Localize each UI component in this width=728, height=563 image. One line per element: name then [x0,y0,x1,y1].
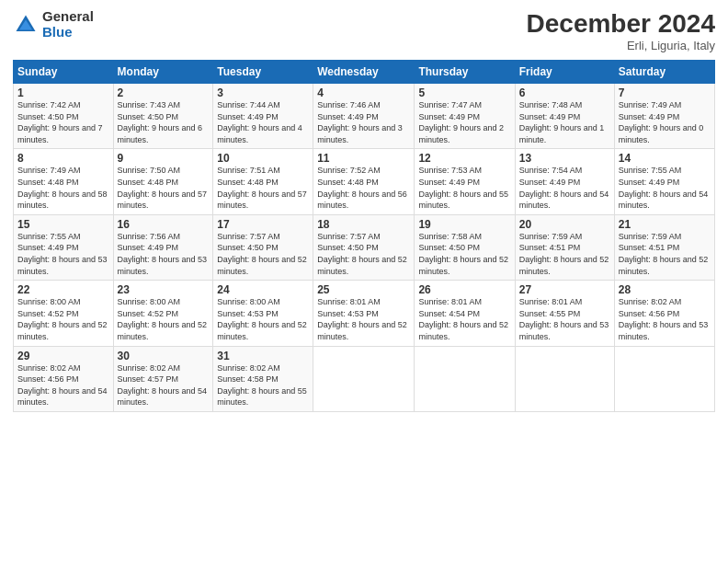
header: General Blue December 2024 Erli, Liguria… [13,9,715,52]
header-thursday: Thursday [415,61,515,84]
day-info: Sunrise: 8:02 AMSunset: 4:57 PMDaylight:… [118,363,208,408]
day-info: Sunrise: 8:00 AMSunset: 4:52 PMDaylight:… [17,297,108,341]
day-number: 17 [217,218,309,231]
day-info: Sunrise: 7:54 AMSunset: 4:49 PMDaylight:… [519,166,609,210]
table-row: 18 Sunrise: 7:57 AMSunset: 4:50 PMDaylig… [313,214,415,280]
day-info: Sunrise: 7:43 AMSunset: 4:50 PMDaylight:… [118,100,203,144]
header-tuesday: Tuesday [213,61,313,84]
table-row: 24 Sunrise: 8:00 AMSunset: 4:53 PMDaylig… [213,281,313,346]
day-info: Sunrise: 7:51 AMSunset: 4:48 PMDaylight:… [217,166,307,210]
table-row: 26 Sunrise: 8:01 AMSunset: 4:54 PMDaylig… [415,281,515,346]
calendar-week-row: 22 Sunrise: 8:00 AMSunset: 4:52 PMDaylig… [14,281,715,346]
table-row: 13 Sunrise: 7:54 AMSunset: 4:49 PMDaylig… [515,149,614,214]
day-number: 11 [317,152,410,165]
day-info: Sunrise: 8:01 AMSunset: 4:54 PMDaylight:… [418,297,508,341]
table-row: 25 Sunrise: 8:01 AMSunset: 4:53 PMDaylig… [313,281,415,346]
table-row: 3 Sunrise: 7:44 AMSunset: 4:49 PMDayligh… [213,84,313,149]
header-wednesday: Wednesday [313,61,415,84]
calendar-week-row: 8 Sunrise: 7:49 AMSunset: 4:48 PMDayligh… [14,149,715,214]
table-row: 8 Sunrise: 7:49 AMSunset: 4:48 PMDayligh… [14,149,114,214]
day-info: Sunrise: 8:01 AMSunset: 4:55 PMDaylight:… [519,297,609,341]
header-friday: Friday [515,61,614,84]
day-number: 10 [217,152,309,165]
day-number: 7 [619,86,711,99]
header-sunday: Sunday [14,61,114,84]
day-number: 4 [317,86,410,99]
days-header-row: Sunday Monday Tuesday Wednesday Thursday… [14,61,715,84]
day-number: 27 [519,283,610,296]
table-row: 5 Sunrise: 7:47 AMSunset: 4:49 PMDayligh… [415,84,515,149]
table-row [515,346,614,411]
day-info: Sunrise: 7:59 AMSunset: 4:51 PMDaylight:… [519,232,609,276]
day-number: 18 [317,218,410,231]
day-info: Sunrise: 7:50 AMSunset: 4:48 PMDaylight:… [118,166,208,210]
day-number: 22 [17,283,109,296]
day-info: Sunrise: 7:55 AMSunset: 4:49 PMDaylight:… [17,232,108,276]
day-info: Sunrise: 7:56 AMSunset: 4:49 PMDaylight:… [118,232,208,276]
day-number: 5 [418,86,510,99]
calendar-table: Sunday Monday Tuesday Wednesday Thursday… [13,60,715,412]
table-row: 4 Sunrise: 7:46 AMSunset: 4:49 PMDayligh… [313,84,415,149]
table-row: 15 Sunrise: 7:55 AMSunset: 4:49 PMDaylig… [14,214,114,280]
day-info: Sunrise: 7:48 AMSunset: 4:49 PMDaylight:… [519,100,605,144]
day-number: 8 [17,152,109,165]
header-saturday: Saturday [614,61,714,84]
calendar-container: General Blue December 2024 Erli, Liguria… [0,0,728,421]
day-number: 25 [317,283,410,296]
table-row: 19 Sunrise: 7:58 AMSunset: 4:50 PMDaylig… [415,214,515,280]
table-row: 1 Sunrise: 7:42 AMSunset: 4:50 PMDayligh… [14,84,114,149]
day-number: 12 [418,152,510,165]
day-info: Sunrise: 8:02 AMSunset: 4:56 PMDaylight:… [17,363,108,408]
logo: General Blue [13,9,94,40]
day-info: Sunrise: 7:47 AMSunset: 4:49 PMDaylight:… [418,100,504,144]
table-row: 22 Sunrise: 8:00 AMSunset: 4:52 PMDaylig… [14,281,114,346]
table-row: 14 Sunrise: 7:55 AMSunset: 4:49 PMDaylig… [614,149,714,214]
logo-icon [13,12,39,38]
day-info: Sunrise: 7:59 AMSunset: 4:51 PMDaylight:… [619,232,709,276]
day-info: Sunrise: 7:57 AMSunset: 4:50 PMDaylight:… [317,232,407,276]
day-number: 20 [519,218,610,231]
day-number: 23 [118,283,210,296]
table-row: 28 Sunrise: 8:02 AMSunset: 4:56 PMDaylig… [614,281,714,346]
day-number: 19 [418,218,510,231]
table-row: 23 Sunrise: 8:00 AMSunset: 4:52 PMDaylig… [113,281,213,346]
calendar-week-row: 15 Sunrise: 7:55 AMSunset: 4:49 PMDaylig… [14,214,715,280]
month-title: December 2024 [527,9,715,39]
table-row: 21 Sunrise: 7:59 AMSunset: 4:51 PMDaylig… [614,214,714,280]
day-number: 31 [217,350,309,362]
day-number: 28 [619,283,711,296]
day-info: Sunrise: 7:49 AMSunset: 4:48 PMDaylight:… [17,166,108,210]
table-row: 7 Sunrise: 7:49 AMSunset: 4:49 PMDayligh… [614,84,714,149]
day-number: 15 [17,218,109,231]
table-row: 10 Sunrise: 7:51 AMSunset: 4:48 PMDaylig… [213,149,313,214]
calendar-week-row: 1 Sunrise: 7:42 AMSunset: 4:50 PMDayligh… [14,84,715,149]
title-block: December 2024 Erli, Liguria, Italy [527,9,715,52]
table-row: 12 Sunrise: 7:53 AMSunset: 4:49 PMDaylig… [415,149,515,214]
table-row: 16 Sunrise: 7:56 AMSunset: 4:49 PMDaylig… [113,214,213,280]
table-row: 27 Sunrise: 8:01 AMSunset: 4:55 PMDaylig… [515,281,614,346]
day-number: 21 [619,218,711,231]
day-number: 16 [118,218,210,231]
table-row: 17 Sunrise: 7:57 AMSunset: 4:50 PMDaylig… [213,214,313,280]
table-row: 20 Sunrise: 7:59 AMSunset: 4:51 PMDaylig… [515,214,614,280]
table-row: 29 Sunrise: 8:02 AMSunset: 4:56 PMDaylig… [14,346,114,411]
day-info: Sunrise: 8:02 AMSunset: 4:56 PMDaylight:… [619,297,709,341]
logo-blue: Blue [42,25,94,40]
day-info: Sunrise: 8:02 AMSunset: 4:58 PMDaylight:… [217,363,307,408]
table-row: 6 Sunrise: 7:48 AMSunset: 4:49 PMDayligh… [515,84,614,149]
day-info: Sunrise: 7:42 AMSunset: 4:50 PMDaylight:… [17,100,103,144]
day-number: 9 [118,152,210,165]
table-row: 30 Sunrise: 8:02 AMSunset: 4:57 PMDaylig… [113,346,213,411]
logo-general: General [42,9,94,25]
day-info: Sunrise: 7:52 AMSunset: 4:48 PMDaylight:… [317,166,407,210]
table-row: 31 Sunrise: 8:02 AMSunset: 4:58 PMDaylig… [213,346,313,411]
day-info: Sunrise: 7:46 AMSunset: 4:49 PMDaylight:… [317,100,403,144]
day-info: Sunrise: 7:58 AMSunset: 4:50 PMDaylight:… [418,232,508,276]
day-number: 3 [217,86,309,99]
day-info: Sunrise: 7:57 AMSunset: 4:50 PMDaylight:… [217,232,307,276]
day-info: Sunrise: 8:00 AMSunset: 4:52 PMDaylight:… [118,297,208,341]
calendar-week-row: 29 Sunrise: 8:02 AMSunset: 4:56 PMDaylig… [14,346,715,411]
day-info: Sunrise: 7:49 AMSunset: 4:49 PMDaylight:… [619,100,704,144]
table-row [313,346,415,411]
logo-text: General Blue [42,9,94,40]
